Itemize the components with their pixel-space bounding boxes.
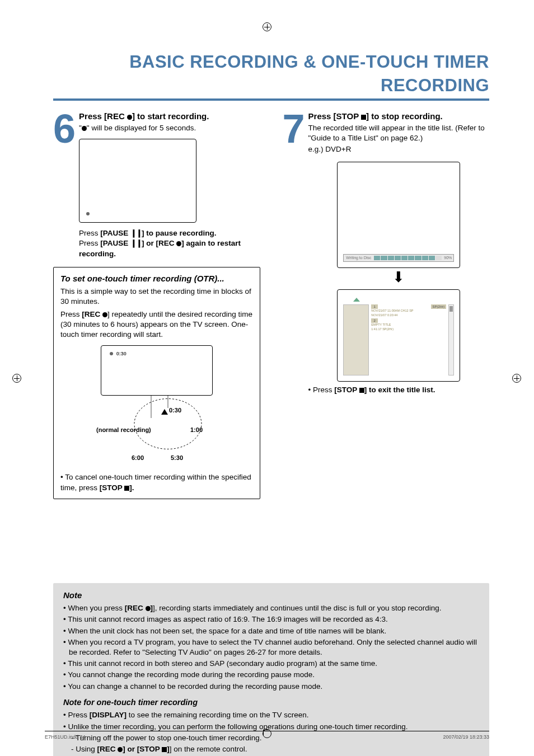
progress-segments [373,255,442,261]
otr-cycle-diagram: 0:30 1:00 5:30 6:00 (normal recording) [95,396,218,468]
stop-icon [162,747,167,752]
step-7-sub1: The recorded title will appear in the ti… [308,123,489,143]
note-item: You can change a channel to be recorded … [63,682,479,692]
otr-onscreen: 0:30 [110,350,127,357]
pause-instruction: Press [PAUSE ❙❙] to pause recording. [79,228,260,238]
record-icon [127,115,132,120]
pause-icon: ❙❙ [130,228,142,238]
print-date: 2007/02/19 18:23:33 [443,734,489,740]
label-030: 0:30 [169,407,181,414]
restart-instruction: Press [PAUSE ❙❙] or [REC ] again to rest… [79,238,260,259]
title-list: 1 SP(2Hr) NOV/21/07 11:00AM CH12 SP NOV/… [343,295,454,375]
entry-num: 2 [371,318,378,323]
page-content: BASIC RECORDING & ONE-TOUCH TIMER RECORD… [0,0,534,756]
note-item: When you press [REC ]], recording starts… [63,603,479,613]
notes-list: When you press [REC ]], recording starts… [63,603,479,692]
pause-button-label: [PAUSE [100,229,130,237]
record-icon [176,241,181,246]
notes-heading-2: Note for one-touch timer recording [63,697,479,708]
text: ]. [129,483,134,492]
title-entry-1: 1 SP(2Hr) NOV/21/07 11:00AM CH12 SP NOV/… [371,304,446,317]
notes-heading: Note [63,590,479,601]
notes-box: Note When you press [REC ]], recording s… [53,583,489,756]
record-icon [110,352,113,355]
rec-button-label: [REC [156,239,177,247]
step-number-7: 7 [283,113,305,396]
stop-icon [359,388,364,393]
record-icon [118,747,123,752]
otr-p2: Press [REC ] repeatedly until the desire… [60,309,253,340]
writing-label: Writing to Disc [344,255,373,260]
step-6-sub: "" will be displayed for 5 seconds. [79,123,260,133]
otr-time-display: 0:30 [116,350,127,357]
step-6-heading: Press [REC ] to start recording. [79,111,260,122]
entry-num: 1 [371,304,378,309]
label-600: 6:00 [132,454,144,461]
title-thumbnail [343,304,369,375]
note-item: This unit cannot record in both stereo a… [63,659,479,669]
note-item: Using [REC ] or [STOP ]] on the remote c… [63,744,479,754]
eject-icon [353,298,360,302]
page-title: BASIC RECORDING & ONE-TOUCH TIMER RECORD… [53,50,489,101]
registration-mark-bottom [263,734,271,744]
step-7: 7 Press [STOP ] to stop recording. The r… [283,111,490,396]
writing-progress: Writing to Disc 90% [343,254,454,262]
pause-icon: ❙❙ [130,238,142,248]
entry-mode: SP(2Hr) [431,304,447,309]
text: Press [60,310,82,318]
record-icon [82,126,87,131]
note-item: When you record a TV program, you have t… [63,637,479,658]
arrow-down-icon: ⬇ [308,271,489,283]
text: Press [308,111,334,121]
svg-marker-2 [161,409,168,415]
print-file: E7H51UD.indd 34 [45,734,86,740]
registration-mark-top [263,22,271,31]
step-6: 6 Press [REC ] to start recording. "" wi… [53,111,260,259]
otr-p1: This is a simple way to set the recordin… [60,287,253,307]
step-7-heading: Press [STOP ] to stop recording. [308,111,489,122]
step-7-body: Press [STOP ] to stop recording. The rec… [308,111,489,396]
note-item: You cannot change the recording mode dur… [63,670,479,680]
otr-cancel: • To cancel one-touch timer recording wi… [60,472,253,492]
rec-button-label: [REC [82,310,102,318]
text: • Press [308,386,335,394]
text: ] or [142,239,156,247]
note-item: When the unit clock has not been set, th… [63,626,479,636]
tv-screen-titlelist: 1 SP(2Hr) NOV/21/07 11:00AM CH12 SP NOV/… [337,289,460,382]
otr-diagram: 0:30 0:30 1:00 5:30 6:00 (normal recordi… [60,345,253,471]
step-6-body: Press [REC ] to start recording. "" will… [79,111,260,259]
stop-icon [124,486,129,491]
registration-mark-left [12,374,21,383]
tv-screen-writing: Writing to Disc 90% [337,162,460,268]
step-7-sub2: e.g.) DVD+R [308,144,489,154]
text: ] to pause recording. [142,229,217,237]
otr-box: To set one-touch timer recording (OTR)..… [53,267,260,499]
text: ] to start recording. [132,111,209,121]
two-column-layout: 6 Press [REC ] to start recording. "" wi… [53,111,489,499]
text: Press [79,239,100,247]
text: ] to exit the title list. [364,386,435,394]
note-item: Press [DISPLAY] to see the remaining rec… [63,710,479,720]
entry-line: NOV/21/07 0:20:44 [371,313,446,317]
exit-titlelist: • Press [STOP ] to exit the title list. [308,385,489,395]
record-icon [146,606,151,611]
right-column: 7 Press [STOP ] to stop recording. The r… [283,111,490,499]
entry-line: NOV/21/07 11:00AM CH12 SP [371,309,446,313]
left-column: 6 Press [REC ] to start recording. "" wi… [53,111,260,499]
tv-screen-otr: 0:30 [101,345,213,396]
print-footer: E7H51UD.indd 34 2007/02/19 18:23:33 [45,731,489,740]
step-number-6: 6 [53,113,76,259]
rec-button-label: [REC [104,111,127,121]
title-entries: 1 SP(2Hr) NOV/21/07 11:00AM CH12 SP NOV/… [371,304,446,375]
registration-mark-right [512,374,521,383]
text: Press [79,229,100,237]
record-icon [86,212,90,215]
entry-line: 1:41:17 SP(2Hr) [371,327,446,331]
progress-pct: 90% [442,255,453,260]
label-normal: (normal recording) [96,426,151,433]
note-item: This unit cannot record images as aspect… [63,614,479,624]
titlelist-main: 1 SP(2Hr) NOV/21/07 11:00AM CH12 SP NOV/… [343,304,454,375]
text: " will be displayed for 5 seconds. [87,124,196,132]
stop-icon [361,115,366,120]
record-icon [102,312,107,317]
